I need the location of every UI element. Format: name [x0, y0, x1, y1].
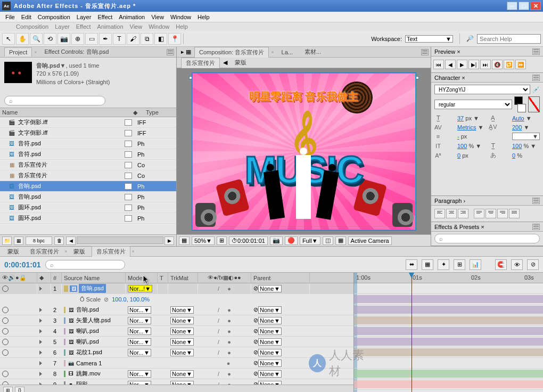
parent-dropdown[interactable]: None▼: [258, 317, 282, 324]
close-icon[interactable]: ×: [131, 249, 134, 254]
parent-dropdown[interactable]: None▼: [258, 360, 282, 367]
tl-tab-1[interactable]: 音乐宣传片: [26, 247, 63, 257]
tab-effect-controls[interactable]: Effect Controls: 音响.psd: [40, 47, 113, 57]
project-item[interactable]: 🖼音符.psdPh: [0, 149, 176, 160]
layer-row[interactable]: 3 🖼矢量人物.psd Nor...▼ None▼ / ● ⊘ None▼: [0, 315, 353, 326]
menu-window[interactable]: Window: [167, 13, 194, 21]
mode-dropdown[interactable]: Nor...▼: [128, 328, 151, 335]
col-trkmat[interactable]: TrkMat: [168, 273, 198, 283]
next-frame-button[interactable]: ▶|: [468, 60, 479, 69]
prev-frame-button[interactable]: ◀: [445, 60, 456, 69]
justify-left-button[interactable]: [474, 209, 484, 218]
track-bar[interactable]: [354, 369, 543, 379]
panel-menu-icon[interactable]: [532, 48, 540, 55]
col-type[interactable]: Type: [146, 109, 176, 116]
clone-tool-icon[interactable]: ⧉: [141, 33, 153, 45]
col-name[interactable]: Name: [2, 109, 125, 116]
project-item[interactable]: 🎬文字倒影.iffIFF: [0, 128, 176, 138]
panel-menu-icon[interactable]: [532, 75, 540, 81]
timeline-tracks[interactable]: 1:00s 01s 02s 03s: [354, 273, 543, 392]
transparency-button[interactable]: ▦: [335, 236, 346, 245]
scrollbar[interactable]: [77, 236, 163, 244]
layer-rows[interactable]: 1 🖼音响.psd Nor...!▼ / ● ⊘ None▼Ŏ Scale⊘10…: [0, 283, 353, 385]
menu-effect[interactable]: Effect: [94, 13, 116, 21]
layer-row[interactable]: 8 🎞跳舞.mov Nor...▼ None▼ / ● ⊘ None▼: [0, 369, 353, 379]
col-parent[interactable]: Parent: [251, 273, 310, 283]
first-frame-button[interactable]: ⏮: [433, 60, 444, 69]
zoom-dropdown[interactable]: 50% ▼: [192, 236, 215, 245]
leading-field[interactable]: Auto: [512, 115, 524, 121]
panel-menu-icon[interactable]: [532, 224, 540, 230]
eyedropper-icon[interactable]: 💉: [532, 86, 540, 93]
scale-property-row[interactable]: Ŏ Scale⊘100.0, 100.0%: [0, 294, 353, 305]
new-folder-button[interactable]: 📁: [2, 236, 12, 245]
draft3d-button[interactable]: ▦: [422, 259, 433, 270]
layer-row[interactable]: 5 🖼喇叭.psd Nor...▼ None▼ / ● ⊘ None▼: [0, 337, 353, 347]
menu-edit[interactable]: Edit: [18, 13, 35, 21]
grid-toggle-button[interactable]: ▦: [179, 236, 190, 245]
bpc-toggle[interactable]: 8 bpc: [26, 236, 52, 245]
track-bar[interactable]: [354, 305, 543, 315]
parent-dropdown[interactable]: None▼: [258, 306, 282, 314]
parent-dropdown[interactable]: None▼: [258, 370, 282, 378]
tab-composition-viewer[interactable]: Composition: 音乐宣传片: [194, 47, 269, 58]
project-item[interactable]: 🎬文字倒影.iffIFF: [0, 117, 176, 128]
tab-character[interactable]: Character ×: [434, 75, 465, 81]
playhead[interactable]: [412, 273, 412, 392]
last-frame-button[interactable]: ⏭: [480, 60, 491, 69]
col-label[interactable]: ◆: [125, 109, 146, 116]
camera-dropdown[interactable]: Active Camera: [348, 236, 392, 245]
layer-row[interactable]: 9 ■阴影 Nor...▼ None▼ / ● ⊘ None▼: [0, 379, 353, 385]
tab-preview[interactable]: Preview ×: [434, 48, 460, 55]
mode-dropdown[interactable]: Nor...▼: [128, 370, 151, 378]
roi-button[interactable]: ◫: [323, 236, 333, 245]
type-tool-icon[interactable]: T: [113, 33, 126, 45]
menu-view[interactable]: View: [148, 13, 167, 21]
current-time-display[interactable]: 0:00:01:01: [4, 260, 41, 269]
tl-tab-0[interactable]: 蒙版: [3, 247, 23, 257]
trkmat-dropdown[interactable]: None▼: [170, 317, 194, 324]
play-button[interactable]: ▶: [457, 60, 467, 69]
tl-tab-2[interactable]: 蒙版: [69, 247, 89, 257]
selection-tool-icon[interactable]: ↖: [2, 33, 15, 45]
mask-tool-icon[interactable]: ▭: [85, 33, 98, 45]
loop-button[interactable]: 🔁: [504, 60, 514, 69]
project-item[interactable]: 🖼圆环.psdPh: [0, 213, 176, 224]
menu-composition[interactable]: Composition: [35, 13, 73, 21]
parent-dropdown[interactable]: None▼: [258, 338, 282, 346]
resolution-dropdown[interactable]: Full ▼: [300, 236, 320, 245]
hand-tool-icon[interactable]: ✋: [16, 33, 29, 45]
project-list[interactable]: 🎬文字倒影.iffIFF🎬文字倒影.iffIFF🖼音符.psdPh🖼音符.psd…: [0, 117, 176, 234]
trkmat-dropdown[interactable]: None▼: [170, 306, 194, 314]
track-bar[interactable]: [354, 294, 543, 305]
comp-subtab-2[interactable]: 蒙版: [231, 58, 251, 68]
track-bar[interactable]: [354, 315, 543, 326]
no-stroke-icon[interactable]: [528, 96, 540, 112]
search-help-input[interactable]: [477, 34, 541, 44]
workspace-select[interactable]: Text▼: [405, 35, 453, 43]
col-source-name[interactable]: Source Name: [62, 273, 126, 283]
toggle-modes-button[interactable]: {}: [15, 387, 24, 393]
align-left-button[interactable]: [434, 209, 445, 218]
time-display[interactable]: ⏱ 0:00:01:01: [229, 236, 268, 245]
project-search-input[interactable]: [4, 96, 105, 105]
tab-project[interactable]: Project: [4, 47, 32, 56]
stroke-style-select[interactable]: ▼: [512, 133, 540, 140]
font-style-select[interactable]: regular: [434, 100, 512, 109]
track-bar[interactable]: [354, 379, 543, 390]
maximize-button[interactable]: □: [519, 2, 529, 10]
panel-menu-icon[interactable]: [421, 49, 429, 55]
color-swatch[interactable]: [514, 96, 526, 112]
track-bar[interactable]: [354, 358, 543, 369]
project-item[interactable]: 🖼音响.psdPh: [0, 192, 176, 202]
hscale-field[interactable]: 100: [512, 143, 522, 149]
baseline-field[interactable]: 0: [457, 152, 460, 159]
layer-row[interactable]: 4 🖼喇叭.psd Nor...▼ None▼ / ● ⊘ None▼: [0, 326, 353, 337]
project-item[interactable]: ▦音乐宣传片Co: [0, 160, 176, 170]
tl-tool-8[interactable]: ⊘: [527, 259, 539, 270]
mode-dropdown[interactable]: Nor...▼: [128, 349, 151, 356]
parent-dropdown[interactable]: None▼: [258, 328, 282, 335]
project-item[interactable]: 🖼圆环.psdPh: [0, 202, 176, 213]
timeline-search-input[interactable]: [45, 260, 125, 270]
menu-help[interactable]: Help: [194, 13, 213, 21]
